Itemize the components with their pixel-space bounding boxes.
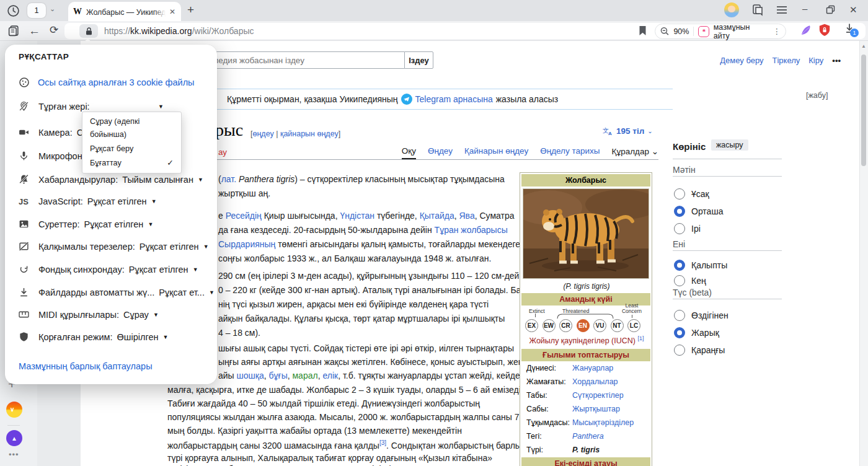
downloads-button[interactable]: 1 [844, 23, 861, 39]
talk-tab-fragment[interactable]: ау [218, 147, 227, 157]
bookmark-flag-icon[interactable] [639, 25, 647, 38]
iucn-code-ew[interactable]: EW [542, 319, 556, 332]
dropdown-arrow-icon[interactable]: ▼ [203, 244, 209, 250]
taxonomy-value[interactable]: Жануарлар [572, 364, 613, 372]
permission-row-javascript[interactable]: JSJavaScript:Рұқсат етілген▼ [19, 196, 157, 206]
user-link[interactable]: Демеу беру [720, 56, 763, 65]
history-clock-icon[interactable] [7, 4, 20, 20]
article-link[interactable]: Үндістан [340, 211, 374, 221]
protect-shield-icon[interactable] [818, 24, 831, 40]
radio-label[interactable]: Орташа [691, 206, 723, 216]
iucn-code-vu[interactable]: VU [593, 319, 606, 332]
radio-selected[interactable] [674, 327, 685, 338]
tab-close-icon[interactable]: ✕ [169, 7, 175, 16]
permission-row-midi[interactable]: MIDI құрылғылары:Сұрау▼ [19, 309, 159, 320]
taxonomy-value[interactable]: Жыртқыштар [572, 405, 620, 413]
user-menu-icon[interactable]: ••• [832, 56, 841, 65]
yandex-mail-icon[interactable]: ∨ [6, 402, 22, 418]
all-content-settings-link[interactable]: Мазмұнның барлық баптаулары [19, 361, 153, 371]
appearance-hide-button[interactable]: жасыру [711, 139, 748, 151]
dropdown-arrow-icon[interactable]: ▼ [193, 266, 198, 273]
cookies-link[interactable]: Осы сайтқа арналған 3 cookie файлы [38, 77, 195, 87]
site-permissions-button[interactable] [79, 24, 98, 38]
article-link[interactable]: Ресейдің [226, 211, 262, 221]
iucn-code-cr[interactable]: CR [559, 319, 572, 332]
radio-label[interactable]: Кең [691, 276, 706, 286]
article-link[interactable]: [3] [379, 439, 386, 446]
wiki-search-input[interactable] [190, 51, 404, 69]
radio-unselected[interactable] [674, 223, 685, 234]
read-aloud-button[interactable]: мазмұнын айту [714, 23, 766, 40]
telegram-channel-link[interactable]: Telegram арнасына [415, 94, 493, 104]
article-link[interactable]: Тұран жолбарысы [435, 225, 508, 235]
wiki-search-button[interactable]: Іздеу [404, 51, 433, 69]
language-selector[interactable]: 文A 195 тіл ⌄ [603, 126, 653, 136]
dropdown-arrow-icon[interactable]: ▼ [151, 198, 157, 204]
zoom-out-icon[interactable] [660, 27, 669, 36]
iucn-code-lc[interactable]: LC [627, 319, 640, 332]
back-icon[interactable]: ← [29, 25, 40, 37]
radio-label[interactable]: Жарық [691, 328, 719, 338]
article-tab[interactable]: Өңдеу [428, 146, 453, 159]
radio-unselected[interactable] [674, 310, 685, 321]
article-link[interactable]: шошқа [237, 371, 264, 380]
iucn-code-en[interactable]: EN [577, 319, 590, 332]
dropdown-arrow-icon[interactable]: ▼ [148, 221, 153, 227]
radio-selected[interactable] [674, 260, 685, 271]
article-link[interactable]: Қытайда [420, 211, 454, 221]
user-link[interactable]: Кіру [808, 56, 823, 65]
article-link[interactable]: Сырдарияның [218, 239, 275, 249]
article-tab[interactable]: Өңделу тарихы [540, 146, 600, 159]
tab-group-counter[interactable]: 1 [27, 3, 46, 18]
radio-label[interactable]: Қараңғы [691, 345, 725, 355]
alice-assistant-icon[interactable]: ▲ [6, 430, 22, 446]
zoom-level[interactable]: 90% [673, 27, 689, 36]
tiger-image[interactable] [523, 188, 649, 279]
dropdown-arrow-icon[interactable]: ▼ [209, 289, 215, 296]
radio-unselected[interactable] [674, 188, 685, 200]
permission-row-images[interactable]: Суреттер:Рұқсат етілген▼ [19, 219, 153, 229]
profile-avatar[interactable] [724, 2, 739, 17]
article-link[interactable]: лат. [221, 174, 236, 184]
permission-row-popup-windows[interactable]: Қалқымалы терезелер:Рұқсат етілген▼ [19, 241, 209, 252]
browser-tab[interactable]: W Жолбарыс — Уикипед ✕ [68, 2, 181, 21]
radio-label[interactable]: Ұсақ [691, 189, 709, 199]
status-ref[interactable]: [1] [637, 335, 644, 341]
url-text[interactable]: https://kk.wikipedia.org/wiki/Жолбарыс [104, 23, 254, 39]
iucn-code-ex[interactable]: EX [525, 319, 538, 332]
new-tab-button[interactable]: + [187, 4, 194, 15]
article-link[interactable]: бұғы [269, 371, 288, 380]
taxonomy-value[interactable]: Panthera [572, 432, 604, 441]
article-tab[interactable]: Қайнарын өңдеу [464, 146, 528, 159]
article-link[interactable]: марал [292, 371, 317, 380]
radio-selected[interactable] [674, 206, 685, 217]
dropdown-arrow-icon[interactable]: ▼ [198, 177, 203, 183]
reload-icon[interactable]: ⟳ [50, 25, 58, 35]
iucn-code-nt[interactable]: NT [611, 319, 624, 332]
translator-feather-icon[interactable] [800, 24, 812, 39]
sidebar-panels-icon[interactable] [7, 24, 20, 40]
dropdown-arrow-icon[interactable]: ▼ [153, 312, 159, 318]
sidebar-more-icon[interactable]: ••• [9, 450, 19, 459]
scrollbar-up-arrow[interactable]: ▲ [861, 43, 866, 49]
permission-row-protected-mode[interactable]: Қорғалған режим:Өшірілген▼ [19, 332, 168, 342]
window-close-icon[interactable]: ✕ [849, 5, 857, 14]
status-link[interactable]: Жойылу қаупіндегілер (IUCN) [529, 336, 636, 345]
scrollbar-thumb[interactable] [861, 55, 866, 166]
bookmarks-panel-icon[interactable] [751, 4, 764, 19]
permission-row-notifications-off[interactable]: Хабарландырулар:Тыйым салынған▼ [19, 174, 203, 185]
radio-label[interactable]: Қалыпты [691, 260, 727, 270]
edit-source-link[interactable]: қайнарын өңдеу [280, 130, 339, 138]
radio-unselected[interactable] [674, 345, 685, 356]
article-tab[interactable]: Оқу [402, 146, 416, 159]
article-link[interactable]: Ява [459, 211, 474, 221]
user-link[interactable]: Тіркелу [773, 56, 800, 65]
permission-row-location-off[interactable]: Тұрған жері:▼ [19, 101, 90, 112]
menu-option[interactable]: Бұғаттау✓ [82, 156, 181, 170]
taxonomy-value[interactable]: Мысықтәрізділер [572, 418, 634, 427]
article-link[interactable]: елік [322, 371, 338, 380]
radio-unselected[interactable] [674, 275, 685, 286]
permission-row-background-sync[interactable]: Фондық синхрондау:Рұқсат етілген▼ [19, 264, 198, 275]
read-aloud-icon[interactable]: ❝ [698, 26, 709, 37]
menu-hamburger-icon[interactable] [776, 5, 787, 17]
